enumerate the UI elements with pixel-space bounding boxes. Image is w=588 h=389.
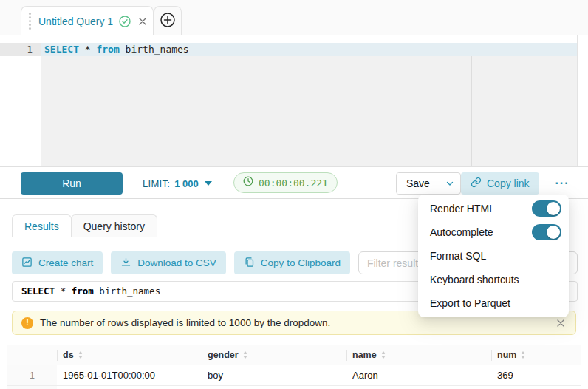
header-ds[interactable]: ds <box>57 345 202 365</box>
menu-item-autocomplete[interactable]: Autocomplete <box>418 220 569 244</box>
cell-num: 369 <box>491 365 581 385</box>
menu-item-label: Autocomplete <box>430 226 532 238</box>
editor-gutter <box>0 56 41 166</box>
copy-link-button[interactable]: Copy link <box>461 172 539 194</box>
editor-active-line: 1 SELECT * from birth_names <box>0 43 577 56</box>
query-timer-badge: 00:00:00.221 <box>233 172 338 193</box>
results-table: ds gender name num 1 1965-01-01T0 <box>7 345 581 389</box>
row-index: 1 <box>7 365 57 385</box>
sql-text: * <box>79 44 96 55</box>
header-name[interactable]: name <box>346 345 491 365</box>
copy-clipboard-button[interactable]: Copy to Clipboard <box>234 251 350 274</box>
copy-icon <box>244 257 255 270</box>
query-tab-title: Untitled Query 1 <box>38 16 113 27</box>
menu-item-label: Render HTML <box>430 203 532 214</box>
limit-value: 1 000 <box>174 178 199 189</box>
tab-results[interactable]: Results <box>12 214 72 237</box>
close-tab-icon[interactable] <box>138 17 147 26</box>
sort-icon[interactable] <box>381 351 386 359</box>
cell-gender: boy <box>202 365 346 385</box>
editor-content-area[interactable] <box>41 56 577 166</box>
sql-editor[interactable]: 1 SELECT * from birth_names <box>0 35 578 166</box>
save-split-button: Save <box>396 172 461 194</box>
alert-message: The number of rows displayed is limited … <box>40 317 548 328</box>
sort-icon[interactable] <box>78 351 83 359</box>
sql-text: * <box>55 285 72 297</box>
save-button[interactable]: Save <box>397 173 440 194</box>
query-tab[interactable]: Untitled Query 1 <box>21 6 154 35</box>
chart-icon <box>21 257 33 270</box>
menu-item-label: Keyboard shortcuts <box>430 274 561 285</box>
header-label: name <box>352 350 377 360</box>
sql-keyword: from <box>96 44 119 55</box>
limit-dropdown[interactable]: LIMIT: 1 000 <box>143 172 212 194</box>
header-label: num <box>497 350 516 360</box>
create-chart-label: Create chart <box>38 257 93 268</box>
sql-text: birth_names <box>120 44 189 55</box>
header-gender[interactable]: gender <box>202 345 346 365</box>
sort-icon[interactable] <box>243 351 247 359</box>
tab-query-history[interactable]: Query history <box>71 214 157 237</box>
cell-name: Aaron <box>346 365 491 385</box>
plus-circle-icon <box>160 12 176 31</box>
menu-item-label: Export to Parquet <box>430 297 561 309</box>
drag-grip-icon[interactable] <box>29 20 31 22</box>
header-index <box>7 345 57 365</box>
header-num[interactable]: num <box>491 345 581 365</box>
copy-clipboard-label: Copy to Clipboard <box>261 257 341 268</box>
table-row[interactable]: 1 1965-01-01T00:00:00 boy Aaron 369 <box>7 365 581 386</box>
download-icon <box>120 257 131 270</box>
sql-lab-app: Untitled Query 1 1 SELECT * from birth_n… <box>0 0 588 389</box>
table-header-row: ds gender name num <box>7 345 581 365</box>
header-label: gender <box>208 350 239 360</box>
warning-icon: ! <box>21 317 33 329</box>
alert-close-icon[interactable] <box>555 317 567 329</box>
run-button[interactable]: Run <box>21 172 123 194</box>
link-icon <box>471 177 482 190</box>
add-tab-button[interactable] <box>154 6 182 35</box>
row-index <box>7 386 57 389</box>
editor-options-menu: Render HTML Autocomplete Format SQL Keyb… <box>418 194 569 317</box>
menu-item-render-html[interactable]: Render HTML <box>418 197 569 220</box>
sql-keyword: SELECT <box>21 285 55 297</box>
limit-label: LIMIT: <box>143 178 170 189</box>
editor-tab-bar: Untitled Query 1 <box>0 0 588 35</box>
download-csv-label: Download to CSV <box>137 257 216 268</box>
line-number: 1 <box>0 43 41 56</box>
sql-keyword: from <box>72 285 94 297</box>
clock-icon <box>243 176 253 189</box>
query-success-icon <box>119 16 131 27</box>
menu-item-label: Format SQL <box>430 250 561 262</box>
editor-body[interactable] <box>0 56 577 166</box>
sql-text: birth_names <box>94 285 160 297</box>
menu-item-export-parquet[interactable]: Export to Parquet <box>418 291 569 315</box>
timer-value: 00:00:00.221 <box>259 177 328 189</box>
table-row-partial <box>7 386 581 389</box>
cell-ds: 1965-01-01T00:00:00 <box>57 365 202 385</box>
menu-item-format-sql[interactable]: Format SQL <box>418 244 569 268</box>
render-html-toggle[interactable] <box>532 200 561 217</box>
autocomplete-toggle[interactable] <box>532 224 561 240</box>
sql-code-line: SELECT * from birth_names <box>41 43 577 56</box>
menu-item-keyboard-shortcuts[interactable]: Keyboard shortcuts <box>418 268 569 291</box>
sort-icon[interactable] <box>521 351 525 359</box>
more-options-button[interactable]: ··· <box>550 172 575 194</box>
print-margin-line <box>471 56 472 166</box>
header-label: ds <box>63 350 74 360</box>
sql-keyword: SELECT <box>44 44 79 55</box>
save-menu-button[interactable] <box>440 173 460 194</box>
caret-down-icon <box>205 181 212 186</box>
download-csv-button[interactable]: Download to CSV <box>111 251 226 274</box>
copy-link-label: Copy link <box>487 177 530 189</box>
create-chart-button[interactable]: Create chart <box>12 251 103 274</box>
